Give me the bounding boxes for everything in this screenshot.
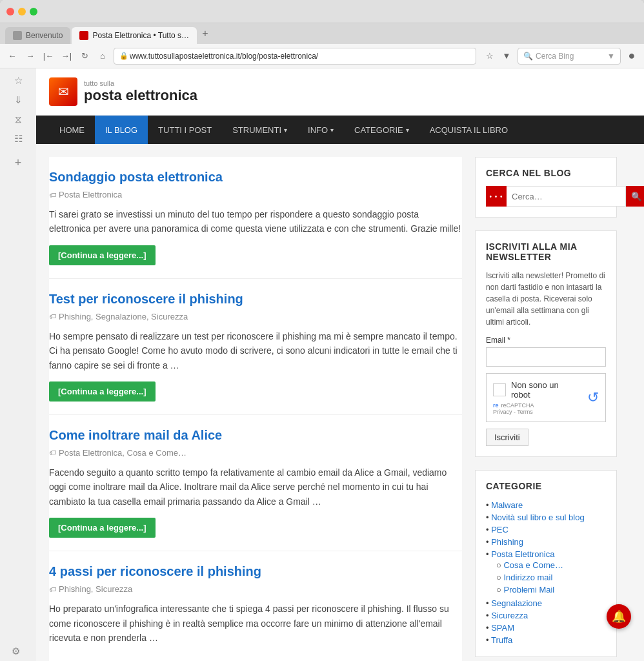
address-text: www.tuttosullapostaelettronica.it/blog/p… bbox=[130, 52, 318, 61]
favicon-benvenuto bbox=[13, 31, 22, 40]
nav-tutti-post[interactable]: TUTTI I POST bbox=[148, 116, 222, 144]
post-tags-2: 🏷 Posta Elettronica, Cosa e Come… bbox=[49, 448, 462, 458]
cat-pec: PEC bbox=[486, 524, 606, 536]
nav-info[interactable]: INFO ▾ bbox=[297, 116, 344, 144]
new-tab-button[interactable]: + bbox=[198, 26, 212, 41]
bookmark-button[interactable]: ☆ bbox=[483, 49, 497, 63]
captcha-text: Non sono un robot bbox=[511, 380, 576, 400]
cat-posta-link[interactable]: Posta Elettronica bbox=[491, 549, 554, 559]
post-title-3[interactable]: 4 passi per riconoscere il phishing bbox=[49, 564, 462, 579]
tab-benvenuto[interactable]: Benvenuto bbox=[5, 27, 70, 44]
search-widget: CERCA NEL BLOG • • • 🔍 bbox=[475, 157, 617, 218]
logo-top-text: tutto sulla bbox=[84, 79, 197, 87]
refresh-button[interactable]: ↻ bbox=[77, 49, 92, 63]
cat-pec-link[interactable]: PEC bbox=[491, 525, 508, 534]
cat-cosa: Cosa e Come… bbox=[496, 559, 606, 571]
recaptcha-brand: reCAPTCHA bbox=[501, 402, 534, 409]
cat-problemi-link[interactable]: Problemi Mail bbox=[503, 585, 554, 595]
categories-widget: CATEGORIE Malware Novità sul libro e sul… bbox=[475, 470, 617, 657]
download-icon[interactable]: ⇓ bbox=[14, 94, 23, 106]
nav-il-blog[interactable]: IL BLOG bbox=[95, 116, 148, 144]
cat-phishing-link[interactable]: Phishing bbox=[491, 537, 523, 547]
add-sidebar-icon[interactable]: + bbox=[15, 156, 22, 170]
cat-truffa: Truffa bbox=[486, 634, 606, 646]
post-excerpt-0: Ti sarei grato se investissi un minuto d… bbox=[49, 207, 462, 236]
history-icon[interactable]: ⧖ bbox=[15, 114, 22, 125]
post-tags-text-0: Posta Elettronica bbox=[59, 190, 122, 199]
post-excerpt-2: Facendo seguito a quanto scritto tempo f… bbox=[49, 465, 462, 509]
info-chevron: ▾ bbox=[330, 127, 334, 134]
cat-novita-link[interactable]: Novità sul libro e sul blog bbox=[491, 513, 585, 522]
read-more-button-1[interactable]: [Continua a leggere...] bbox=[49, 381, 156, 402]
cat-indirizzo-link[interactable]: Indirizzo mail bbox=[503, 573, 552, 582]
newsletter-widget: ISCRIVITI ALLA MIA NEWSLETTER Iscriviti … bbox=[475, 230, 617, 457]
cat-truffa-link[interactable]: Truffa bbox=[491, 635, 512, 645]
cat-segnalazione-link[interactable]: Segnalazione bbox=[491, 598, 542, 608]
logo-text: tutto sulla posta elettronica bbox=[84, 79, 197, 104]
nav-home[interactable]: HOME bbox=[49, 116, 95, 144]
post-title-0[interactable]: Sondaggio posta elettronica bbox=[49, 170, 462, 185]
read-more-button-0[interactable]: [Continua a leggere...] bbox=[49, 245, 156, 265]
fullscreen-button[interactable] bbox=[30, 8, 37, 15]
tab-posta[interactable]: Posta Elettronica • Tutto s… bbox=[72, 27, 197, 44]
post-tags-3: 🏷 Phishing, Sicurezza bbox=[49, 584, 462, 594]
minimize-button[interactable] bbox=[18, 8, 26, 15]
search-input[interactable] bbox=[507, 186, 626, 207]
bookmark-dropdown[interactable]: ▼ bbox=[499, 49, 514, 63]
tag-icon-3: 🏷 bbox=[49, 585, 56, 593]
newsletter-title: ISCRIVITI ALLA MIA NEWSLETTER bbox=[486, 241, 606, 262]
captcha-checkbox[interactable] bbox=[493, 383, 506, 396]
site-logo: ✉ tutto sulla posta elettronica bbox=[49, 77, 197, 106]
subscribe-button[interactable]: Iscriviti bbox=[486, 429, 528, 446]
recaptcha-icon: ↺ bbox=[587, 389, 599, 406]
cat-segnalazione: Segnalazione bbox=[486, 597, 606, 609]
back-button[interactable]: ← bbox=[5, 49, 19, 63]
site-header: ✉ tutto sulla posta elettronica bbox=[36, 68, 644, 116]
cat-sicurezza: Sicurezza bbox=[486, 609, 606, 622]
cat-sicurezza-link[interactable]: Sicurezza bbox=[491, 611, 528, 620]
post-title-2[interactable]: Come inoltrare mail da Alice bbox=[49, 428, 462, 443]
post-title-1[interactable]: Test per riconoscere il phishing bbox=[49, 292, 462, 307]
post-article: Test per riconoscere il phishing 🏷 Phish… bbox=[49, 279, 462, 415]
notification-bell[interactable]: 🔔 bbox=[607, 604, 631, 629]
cat-cosa-link[interactable]: Cosa e Come… bbox=[503, 560, 563, 570]
search-go-button[interactable]: 🔍 bbox=[626, 186, 644, 207]
browser-content: ☆ ⇓ ⧖ ☷ + ✉ tutto sulla posta elettronic… bbox=[0, 68, 644, 661]
bookmark-sidebar-icon[interactable]: ☆ bbox=[14, 75, 23, 86]
tab-benvenuto-label: Benvenuto bbox=[26, 31, 63, 40]
captcha-box: Non sono un robot re reCAPTCHA Privacy -… bbox=[486, 373, 606, 422]
user-button[interactable]: ● bbox=[625, 49, 639, 63]
email-label: Email * bbox=[486, 336, 606, 345]
cat-spam-link[interactable]: SPAM bbox=[491, 623, 514, 633]
post-article: Come inoltrare mail da Alice 🏷 Posta Ele… bbox=[49, 415, 462, 551]
nav-acquista[interactable]: ACQUISTA IL LIBRO bbox=[419, 116, 518, 144]
close-button[interactable] bbox=[6, 8, 14, 15]
layout-icon[interactable]: ☷ bbox=[14, 133, 23, 145]
post-excerpt-1: Ho sempre pensato di realizzare un test … bbox=[49, 329, 462, 372]
post-tags-text-3: Phishing, Sicurezza bbox=[59, 584, 132, 594]
post-article: 4 passi per riconoscere il phishing 🏷 Ph… bbox=[49, 551, 462, 661]
search-dots-button[interactable]: • • • bbox=[486, 186, 507, 207]
search-go-icon: 🔍 bbox=[631, 192, 642, 201]
titlebar bbox=[0, 0, 644, 23]
search-bar[interactable]: 🔍 Cerca Bing ▼ bbox=[518, 48, 621, 65]
logo-main-text: posta elettronica bbox=[84, 87, 197, 104]
gear-icon[interactable]: ⚙ bbox=[12, 646, 20, 657]
browser-sidebar: ☆ ⇓ ⧖ ☷ + bbox=[0, 68, 36, 661]
tag-icon-1: 🏷 bbox=[49, 312, 56, 320]
email-input[interactable] bbox=[486, 347, 606, 367]
post-article: Sondaggio posta elettronica 🏷 Posta Elet… bbox=[49, 157, 462, 279]
skip-start-button[interactable]: |← bbox=[41, 49, 55, 63]
nav-categorie[interactable]: CATEGORIE ▾ bbox=[344, 116, 419, 144]
tab-bar: Benvenuto Posta Elettronica • Tutto s… + bbox=[0, 23, 644, 44]
read-more-button-2[interactable]: [Continua a leggere...] bbox=[49, 518, 156, 538]
cat-malware-link[interactable]: Malware bbox=[491, 500, 523, 510]
home-button[interactable]: ⌂ bbox=[96, 49, 110, 63]
tag-icon-2: 🏷 bbox=[49, 449, 56, 456]
site-nav: HOME IL BLOG TUTTI I POST STRUMENTI ▾ IN… bbox=[36, 116, 644, 144]
favicon-posta bbox=[79, 31, 88, 40]
address-bar[interactable]: 🔒 www.tuttosullapostaelettronica.it/blog… bbox=[114, 48, 476, 65]
nav-strumenti[interactable]: STRUMENTI ▾ bbox=[222, 116, 297, 144]
forward-button[interactable]: → bbox=[23, 49, 37, 63]
skip-end-button[interactable]: →| bbox=[59, 49, 74, 63]
